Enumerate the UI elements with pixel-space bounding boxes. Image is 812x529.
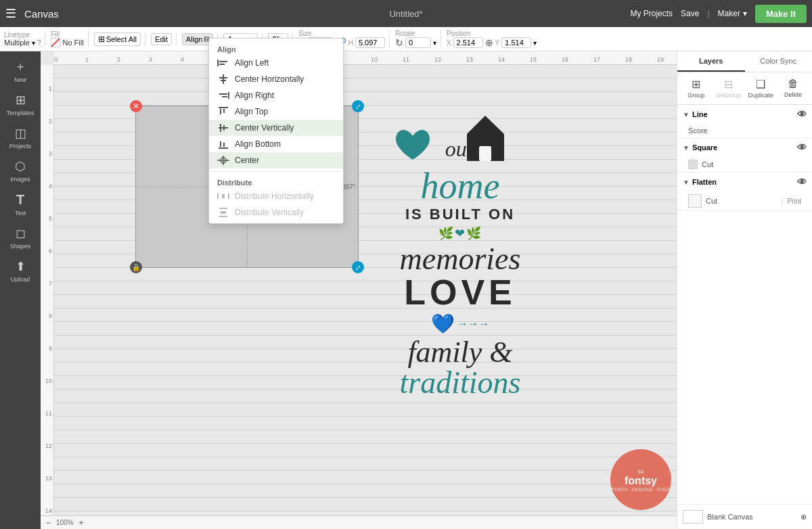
- tab-layers[interactable]: Layers: [677, 51, 745, 72]
- menu-icon[interactable]: ☰: [5, 6, 16, 21]
- ruler-vmark-2: 2: [49, 118, 52, 124]
- make-it-button[interactable]: Make It: [755, 5, 807, 23]
- maker-button[interactable]: Maker ▾: [718, 9, 747, 18]
- group-button[interactable]: ⊞ Group: [680, 75, 713, 101]
- svg-rect-9: [221, 80, 226, 81]
- align-bottom-icon: [217, 139, 229, 149]
- canvas-bottom-swatch: [683, 510, 703, 524]
- center-vertically-item[interactable]: Center Vertically: [209, 120, 343, 136]
- tab-color-sync[interactable]: Color Sync: [745, 51, 813, 72]
- x-input[interactable]: [453, 37, 483, 48]
- distribute-vertically-item: Distribute Vertically: [209, 204, 343, 221]
- square-section-header[interactable]: ▼ Square 👁: [677, 138, 812, 157]
- align-bottom-item[interactable]: Align Bottom: [209, 136, 343, 152]
- select-all-button[interactable]: ⊞ Select All: [94, 32, 141, 46]
- ruler-mark-13: 13: [466, 56, 473, 63]
- cut-print-separator: |: [782, 197, 784, 205]
- edit-group: Edit: [151, 33, 177, 45]
- upload-icon: ⬆: [16, 259, 26, 274]
- separator: |: [707, 9, 709, 18]
- design-art: our home IS BUILT ON 🌿❤🌿 memories LOVE 💙…: [392, 106, 528, 423]
- linetype-help[interactable]: ?: [37, 39, 41, 47]
- images-icon: ⬡: [15, 159, 26, 174]
- zoom-level: 100%: [56, 519, 74, 526]
- canvas-settings-icon[interactable]: ⊕: [800, 513, 807, 522]
- flatten-visibility-icon[interactable]: 👁: [797, 177, 807, 187]
- duplicate-button[interactable]: ❑ Duplicate: [745, 75, 777, 101]
- design-love: LOVE: [404, 275, 516, 310]
- close-icon[interactable]: ✕: [130, 100, 142, 112]
- linetype-chevron[interactable]: ▾: [32, 39, 35, 47]
- ruler-vmark-12: 12: [45, 442, 52, 449]
- flatten-section-header[interactable]: ▼ Flatten 👁: [677, 172, 812, 191]
- ruler-vmark-6: 6: [49, 248, 52, 254]
- sidebar-item-images[interactable]: ⬡ Images: [2, 155, 39, 187]
- canvas-background[interactable]: ✕ 🔒 ⤢ ⤢ 5.097": [54, 65, 677, 515]
- center-horizontally-item[interactable]: Center Horizontally: [209, 71, 343, 87]
- align-top-item[interactable]: Align Top: [209, 104, 343, 120]
- ruler-mark-14: 14: [498, 56, 505, 63]
- zoom-out-button[interactable]: −: [46, 518, 51, 528]
- my-projects-button[interactable]: My Projects: [630, 9, 673, 18]
- zoom-in-button[interactable]: +: [79, 518, 84, 528]
- canvas-area[interactable]: 0 1 2 3 4 5 6 7 8 9 10 11 12 13 14 15 16…: [41, 51, 677, 529]
- arrow-icon: →→→: [457, 318, 490, 330]
- center-h-icon: [217, 74, 229, 84]
- ruler-mark-19: 19: [657, 56, 664, 63]
- center-v-icon: [217, 123, 229, 133]
- align-section-title: Align: [209, 41, 343, 55]
- line-section-header[interactable]: ▼ Line 👁: [677, 105, 812, 124]
- align-left-item[interactable]: Align Left: [209, 55, 343, 71]
- sidebar-item-text[interactable]: T Text: [2, 188, 39, 221]
- center-icon: [217, 156, 229, 165]
- position-chevron[interactable]: ▾: [533, 39, 537, 47]
- ungroup-button[interactable]: ⊟ UnGroup: [713, 75, 745, 101]
- text-icon: T: [16, 192, 24, 208]
- center-item[interactable]: Center: [209, 152, 343, 168]
- svg-rect-25: [217, 193, 219, 199]
- svg-rect-17: [220, 124, 221, 132]
- y-label: Y: [495, 39, 500, 47]
- align-right-item[interactable]: Align Right: [209, 87, 343, 104]
- square-visibility-icon[interactable]: 👁: [797, 142, 807, 153]
- y-input[interactable]: [501, 37, 531, 48]
- rotate-input[interactable]: [405, 37, 431, 48]
- line-arrow-icon: ▼: [683, 111, 690, 118]
- chevron-down-icon: ▾: [743, 9, 747, 18]
- watermark: so fontsy FONTS · DESIGNS · SVGS: [610, 449, 671, 510]
- save-button[interactable]: Save: [681, 9, 699, 18]
- sidebar-item-shapes[interactable]: ◻ Shapes: [2, 222, 39, 254]
- edit-button[interactable]: Edit: [151, 33, 172, 45]
- rotate-label: Rotate: [395, 30, 436, 37]
- canvas-bottom: Blank Canvas ⊕: [677, 504, 812, 529]
- sidebar-item-new[interactable]: ＋ New: [2, 54, 39, 87]
- sidebar-item-projects[interactable]: ◫ Projects: [2, 122, 39, 154]
- ruler-left: 1 2 3 4 5 6 7 8 9 10 11 12 13 14 15: [41, 65, 54, 515]
- topbar: ☰ Canvas Untitled* My Projects Save | Ma…: [0, 0, 812, 27]
- delete-button[interactable]: 🗑 Delete: [777, 75, 809, 101]
- linetype-value: Multiple: [4, 39, 30, 47]
- main-area: ＋ New ⊞ Templates ◫ Projects ⬡ Images T …: [0, 51, 812, 529]
- line-visibility-icon[interactable]: 👁: [797, 109, 807, 120]
- sidebar-item-templates[interactable]: ⊞ Templates: [2, 89, 39, 120]
- resize-icon[interactable]: ⤢: [352, 261, 364, 273]
- rotate-icon: ↻: [395, 37, 403, 48]
- distribute-v-icon: [217, 208, 229, 217]
- design-divider1: 🌿❤🌿: [438, 226, 482, 241]
- svg-rect-29: [219, 216, 227, 217]
- rotate-chevron[interactable]: ▾: [433, 39, 436, 47]
- resize-icon-tr[interactable]: ⤢: [352, 100, 364, 112]
- cut-swatch: [688, 160, 698, 169]
- ruler-vmark-11: 11: [45, 410, 52, 417]
- design-arrows: 💙 →→→: [431, 313, 490, 335]
- svg-rect-28: [219, 208, 227, 209]
- svg-rect-27: [222, 194, 225, 198]
- svg-rect-4: [217, 60, 219, 66]
- ruler-vmark-5: 5: [49, 215, 52, 222]
- sidebar-item-upload[interactable]: ⬆ Upload: [2, 255, 39, 287]
- height-input[interactable]: [355, 37, 385, 48]
- svg-rect-11: [219, 93, 227, 95]
- new-icon: ＋: [14, 58, 26, 74]
- right-tabs: Layers Color Sync: [677, 51, 812, 72]
- canvas-bottom-label: Blank Canvas: [707, 513, 753, 521]
